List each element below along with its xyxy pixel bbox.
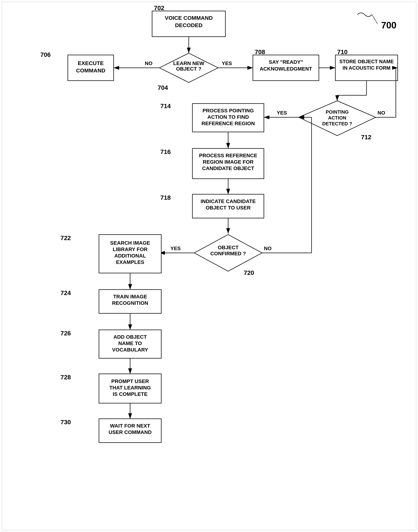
label-716: 716: [160, 148, 171, 155]
node-704-label2: OBJECT ?: [176, 66, 201, 72]
no-label-704: NO: [145, 60, 152, 66]
node-710-label1: STORE OBJECT NAME: [339, 59, 394, 64]
no-label-712: NO: [378, 110, 385, 116]
label-706: 706: [40, 51, 51, 58]
label-704: 704: [158, 84, 168, 91]
yes-label-712: YES: [277, 110, 287, 116]
label-728: 728: [60, 374, 71, 381]
node-720-label2: CONFIRMED ?: [210, 251, 246, 256]
node-724-label2: RECOGNITION: [112, 300, 148, 306]
label-724: 724: [60, 289, 71, 296]
label-730: 730: [60, 418, 71, 426]
node-720-label1: OBJECT: [218, 245, 239, 250]
svg-line-1: [372, 15, 378, 24]
node-716-label2: REGION IMAGE FOR: [203, 159, 254, 165]
node-712-label3: DETECTED ?: [322, 121, 352, 127]
node-722-label1: SEARCH IMAGE: [110, 240, 150, 246]
node-722-label3: ADDITIONAL: [114, 253, 146, 259]
label-712: 712: [361, 134, 372, 140]
node-728-label2: THAT LEARNING: [109, 385, 151, 391]
node-730-label2: USER COMMAND: [109, 429, 152, 435]
label-702: 702: [154, 4, 164, 11]
node-704-label1: LEARN NEW: [173, 60, 204, 66]
node-712-label2: ACTION: [328, 115, 346, 121]
flowchart-svg: 700 VOICE COMMAND DECODED 702 LEARN NEW …: [0, 0, 418, 532]
label-710: 710: [337, 48, 348, 55]
label-708: 708: [255, 48, 265, 55]
node-714-label2: ACTION TO FIND: [208, 114, 249, 120]
figure-number: 700: [381, 20, 396, 30]
figure-border: [2, 2, 416, 530]
node-728-label1: PROMPT USER: [111, 378, 149, 384]
yes-label-720: YES: [170, 245, 181, 251]
node-722-label4: EXAMPLES: [116, 259, 144, 265]
node-716-label1: PROCESS REFERENCE: [199, 153, 257, 158]
node-714-label3: REFERENCE REGION: [202, 121, 255, 126]
node-714-label1: PROCESS POINTING: [202, 108, 254, 114]
node-718-label1: INDICATE CANDIDATE: [201, 198, 256, 204]
label-714: 714: [160, 103, 171, 109]
node-718-label2: OBJECT TO USER: [206, 205, 251, 210]
label-726: 726: [60, 330, 71, 337]
node-716-label3: CANDIDATE OBJECT: [202, 165, 254, 171]
node-728-label3: IS COMPLETE: [113, 391, 148, 397]
label-720: 720: [244, 269, 254, 276]
node-730-label1: WAIT FOR NEXT: [110, 423, 150, 429]
node-726-label2: NAME TO: [118, 340, 142, 346]
node-726-label1: ADD OBJECT: [114, 334, 147, 340]
node-702-label: VOICE COMMAND: [165, 15, 213, 21]
node-722-label2: LIBRARY FOR: [113, 246, 148, 252]
flowchart-diagram: 700 VOICE COMMAND DECODED 702 LEARN NEW …: [0, 0, 418, 532]
node-710-label2: IN ACOUSTIC FORM: [342, 65, 390, 71]
label-718: 718: [160, 194, 171, 201]
node-712-label1: POINTING: [326, 109, 349, 115]
label-722: 722: [60, 234, 71, 241]
node-708-label2: ACKNOWLEDGMENT: [260, 66, 312, 72]
node-706-label2: COMMAND: [76, 68, 105, 73]
node-706-label1: EXECUTE: [78, 60, 104, 66]
node-702-label2: DECODED: [175, 22, 202, 28]
node-708-label1: SAY "READY": [269, 59, 303, 65]
no-label-720: NO: [264, 245, 272, 251]
node-726-label3: VOCABULARY: [112, 347, 148, 353]
node-724-label1: TRAIN IMAGE: [113, 294, 147, 300]
yes-label-704: YES: [222, 60, 232, 66]
